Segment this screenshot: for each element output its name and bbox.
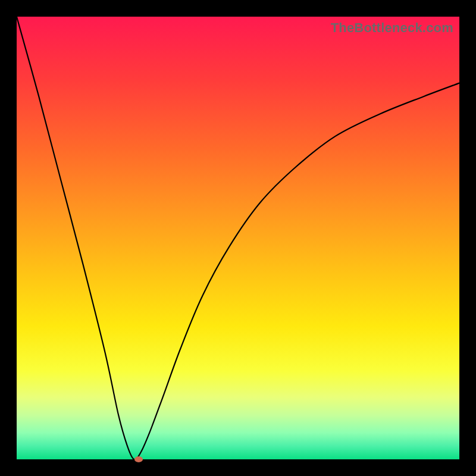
chart-frame: TheBottleneck.com — [0, 0, 476, 476]
optimum-marker — [134, 456, 143, 462]
bottleneck-curve — [17, 17, 459, 459]
curve-svg — [17, 17, 459, 459]
plot-area: TheBottleneck.com — [17, 17, 459, 459]
